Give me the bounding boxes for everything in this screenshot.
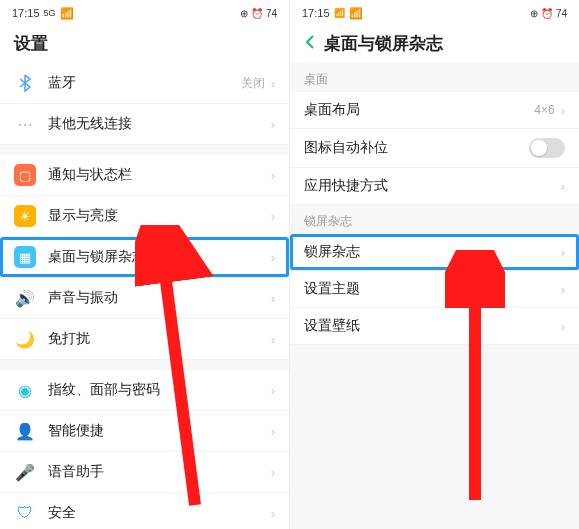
row-label: 指纹、面部与密码 xyxy=(48,381,271,399)
status-bar: 17:155G📶 ⊕⏰74 xyxy=(0,0,289,26)
moon-icon: 🌙 xyxy=(14,328,36,350)
row-set-theme[interactable]: 设置主题 › xyxy=(290,271,579,308)
row-label: 其他无线连接 xyxy=(48,115,271,133)
row-notifications[interactable]: ▢ 通知与状态栏 › xyxy=(0,155,289,196)
row-icon-autofill[interactable]: 图标自动补位 xyxy=(290,129,579,168)
chevron-right-icon: › xyxy=(271,117,275,132)
row-value: 4×6 xyxy=(534,103,554,117)
row-lockscreen-magazine[interactable]: 锁屏杂志 › xyxy=(290,234,579,271)
row-label: 应用快捷方式 xyxy=(304,177,561,195)
page-title-row: 桌面与锁屏杂志 xyxy=(290,26,579,63)
row-dnd[interactable]: 🌙 免打扰 › xyxy=(0,319,289,360)
section-desktop: 桌面 xyxy=(290,63,579,92)
row-app-shortcut[interactable]: 应用快捷方式 › xyxy=(290,168,579,205)
row-label: 显示与亮度 xyxy=(48,207,271,225)
row-desktop-lockscreen[interactable]: ▦ 桌面与锁屏杂志 › xyxy=(0,237,289,278)
desktop-lockscreen-screen: 17:15📶📶 ⊕⏰74 桌面与锁屏杂志 桌面 桌面布局 4×6 › 图标自动补… xyxy=(290,0,579,529)
row-label: 锁屏杂志 xyxy=(304,243,561,261)
row-bluetooth[interactable]: 蓝牙 关闭 › xyxy=(0,63,289,104)
bluetooth-icon xyxy=(14,72,36,94)
row-label: 通知与状态栏 xyxy=(48,166,271,184)
chevron-right-icon: › xyxy=(271,506,275,521)
row-label: 图标自动补位 xyxy=(304,139,529,157)
row-value: 关闭 xyxy=(241,75,265,92)
chevron-right-icon: › xyxy=(271,424,275,439)
chevron-right-icon: › xyxy=(271,465,275,480)
shield-icon: 🛡 xyxy=(14,502,36,524)
status-time: 17:15 xyxy=(12,7,40,19)
section-lockscreen: 锁屏杂志 xyxy=(290,205,579,234)
row-label: 桌面布局 xyxy=(304,101,534,119)
row-security[interactable]: 🛡 安全 › xyxy=(0,493,289,529)
chevron-right-icon: › xyxy=(271,383,275,398)
page-title: 设置 xyxy=(14,32,48,55)
row-display[interactable]: ☀ 显示与亮度 › xyxy=(0,196,289,237)
row-set-wallpaper[interactable]: 设置壁纸 › xyxy=(290,308,579,345)
row-label: 语音助手 xyxy=(48,463,271,481)
brightness-icon: ☀ xyxy=(14,205,36,227)
row-label: 桌面与锁屏杂志 xyxy=(48,248,271,266)
page-title: 桌面与锁屏杂志 xyxy=(324,32,443,55)
desktop-icon: ▦ xyxy=(14,246,36,268)
row-fingerprint[interactable]: ◉ 指纹、面部与密码 › xyxy=(0,370,289,411)
row-label: 设置壁纸 xyxy=(304,317,561,335)
chevron-right-icon: › xyxy=(561,282,565,297)
row-label: 智能便捷 xyxy=(48,422,271,440)
row-smart[interactable]: 👤 智能便捷 › xyxy=(0,411,289,452)
chevron-right-icon: › xyxy=(271,291,275,306)
settings-screen: 17:155G📶 ⊕⏰74 设置 蓝牙 关闭 › ⋯ 其他无线连接 › ▢ 通知… xyxy=(0,0,290,529)
row-voice[interactable]: 🎤 语音助手 › xyxy=(0,452,289,493)
chevron-right-icon: › xyxy=(271,168,275,183)
chevron-right-icon: › xyxy=(271,76,275,91)
fingerprint-icon: ◉ xyxy=(14,379,36,401)
row-label: 免打扰 xyxy=(48,330,271,348)
row-label: 设置主题 xyxy=(304,280,561,298)
chevron-right-icon: › xyxy=(561,245,565,260)
mic-icon: 🎤 xyxy=(14,461,36,483)
page-title-row: 设置 xyxy=(0,26,289,63)
row-sound[interactable]: 🔊 声音与振动 › xyxy=(0,278,289,319)
chevron-right-icon: › xyxy=(271,250,275,265)
row-desktop-layout[interactable]: 桌面布局 4×6 › xyxy=(290,92,579,129)
chevron-right-icon: › xyxy=(561,179,565,194)
row-other-wireless[interactable]: ⋯ 其他无线连接 › xyxy=(0,104,289,145)
status-bar: 17:15📶📶 ⊕⏰74 xyxy=(290,0,579,26)
status-time: 17:15 xyxy=(302,7,330,19)
row-label: 蓝牙 xyxy=(48,74,241,92)
sound-icon: 🔊 xyxy=(14,287,36,309)
toggle-switch[interactable] xyxy=(529,138,565,158)
chevron-right-icon: › xyxy=(561,103,565,118)
status-battery: 74 xyxy=(556,8,567,19)
status-battery: 74 xyxy=(266,8,277,19)
row-label: 声音与振动 xyxy=(48,289,271,307)
row-label: 安全 xyxy=(48,504,271,522)
back-button[interactable] xyxy=(304,34,316,54)
chevron-right-icon: › xyxy=(271,209,275,224)
notification-icon: ▢ xyxy=(14,164,36,186)
smart-icon: 👤 xyxy=(14,420,36,442)
chevron-right-icon: › xyxy=(561,319,565,334)
link-icon: ⋯ xyxy=(14,113,36,135)
chevron-right-icon: › xyxy=(271,332,275,347)
